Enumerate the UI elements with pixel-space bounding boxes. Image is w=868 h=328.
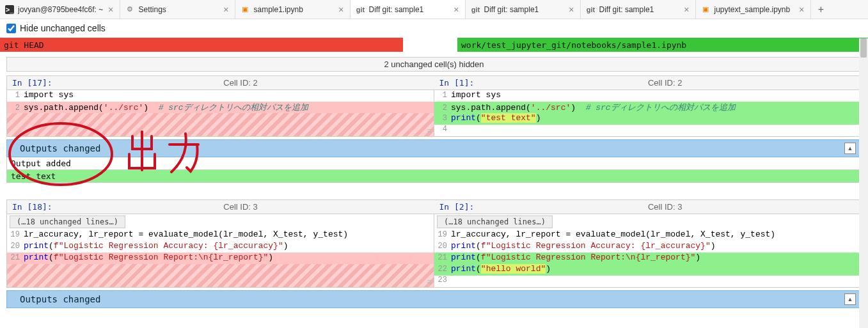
code-line: 19lr_accuracy, lr_report = evaluate_mode… [7, 230, 434, 241]
output-added-text: test text [6, 170, 862, 183]
tab-label: Diff git: sample1 [368, 5, 448, 14]
code-line: 19lr_accuracy, lr_report = evaluate_mode… [434, 230, 861, 241]
diff-chunk-cell-3: In [18]: Cell ID: 3 In [2]: Cell ID: 3 (… [6, 199, 862, 288]
prompt-right: In [1]: [439, 78, 475, 88]
tab-label: jupytext_sample.ipynb [714, 5, 794, 14]
resize-handle-icon[interactable]: ≡ [427, 129, 432, 135]
hidden-cells-banner[interactable]: 2 unchanged cell(s) hidden [6, 57, 862, 72]
cellid-right: Cell ID: 2 [474, 78, 856, 88]
code-line: 2sys.path.append('../src') # srcディレクトリへの… [434, 102, 861, 113]
code-line: 20print(f"Logistic Regression Accuracy: … [7, 241, 434, 253]
tab[interactable]: gitDiff git: sample1× [351, 0, 466, 19]
code-line: 21print(f"Logistic Regression Report:\n{… [434, 253, 861, 264]
unchanged-lines-fold[interactable]: (…18 unchanged lines…) [437, 215, 553, 228]
diff-chunk-cell-2: In [17]: Cell ID: 2 In [1]: Cell ID: 2 1… [6, 75, 862, 137]
close-icon[interactable]: × [452, 4, 460, 15]
hide-unchanged-checkbox[interactable] [6, 24, 16, 33]
code-left[interactable]: (…18 unchanged lines…)19lr_accuracy, lr_… [7, 214, 434, 287]
code-right[interactable]: 1import sys2sys.path.append('../src') # … [434, 90, 861, 136]
scrollbar[interactable] [859, 38, 868, 328]
source-right: work/test_jupyter_git/notebooks/sample1.… [457, 38, 868, 52]
code-line: 1import sys [7, 90, 434, 102]
tab[interactable]: ▣sample1.ipynb× [235, 0, 351, 19]
code-line: 3print("test text") [434, 113, 861, 125]
close-icon[interactable]: × [337, 4, 345, 15]
prompt-left: In [17]: [12, 78, 52, 88]
tab-label: sample1.ipynb [253, 5, 333, 14]
code-line: 4 [434, 125, 861, 136]
code-line: 22print("hello world") [434, 264, 861, 276]
close-icon[interactable]: × [683, 4, 690, 15]
scrollbar-thumb[interactable] [860, 38, 867, 58]
collapse-icon[interactable]: ▲ [844, 293, 856, 305]
close-icon[interactable]: × [107, 4, 114, 15]
cellid-left: Cell ID: 2 [52, 78, 429, 88]
tab-label: Diff git: sample1 [484, 5, 564, 14]
hide-unchanged-label: Hide unchanged cells [20, 23, 106, 33]
output-added-label: Output added [6, 157, 862, 170]
close-icon[interactable]: × [798, 4, 805, 15]
prompt-right: In [2]: [439, 202, 475, 212]
source-header-row: git HEAD work/test_jupyter_git/notebooks… [0, 38, 868, 52]
tab-label: Settings [138, 5, 218, 14]
code-line: 1import sys [434, 90, 861, 102]
tab[interactable]: ▣jupytext_sample.ipynb× [696, 0, 811, 19]
code-line: 20print(f"Logistic Regression Accuracy: … [434, 241, 861, 253]
tab-bar: >_jovyan@8795bee4fc6f: ~×⚙Settings×▣samp… [0, 0, 868, 19]
code-right[interactable]: (…18 unchanged lines…)19lr_accuracy, lr_… [434, 214, 861, 287]
prompt-left: In [18]: [12, 202, 52, 212]
diff-toolbar: Hide unchanged cells [0, 19, 868, 38]
code-line: 21print(f"Logistic Regression Report:\n{… [7, 253, 434, 264]
code-line: 2sys.path.append('../src') # srcディレクトリへの… [7, 102, 434, 113]
tab[interactable]: gitDiff git: sample1× [466, 0, 581, 19]
outputs-changed-banner[interactable]: Outputs changed ▲ [6, 290, 862, 308]
close-icon[interactable]: × [567, 4, 575, 15]
tab-label: Diff git: sample1 [599, 5, 679, 14]
tab-label: jovyan@8795bee4fc6f: ~ [18, 5, 103, 14]
cellid-right: Cell ID: 3 [474, 202, 856, 212]
tab[interactable]: >_jovyan@8795bee4fc6f: ~× [0, 0, 120, 19]
outputs-changed-banner[interactable]: Outputs changed ▲ [6, 139, 862, 157]
tab[interactable]: gitDiff git: sample1× [581, 0, 696, 19]
resize-handle-icon[interactable]: ≡ [427, 279, 432, 286]
diff-content[interactable]: 2 unchanged cell(s) hidden In [17]: Cell… [0, 52, 868, 325]
new-tab-button[interactable]: + [811, 0, 830, 19]
collapse-icon[interactable]: ▲ [844, 143, 856, 154]
tab[interactable]: ⚙Settings× [120, 0, 235, 19]
close-icon[interactable]: × [222, 4, 230, 15]
code-line: 23 [434, 276, 861, 287]
source-left: git HEAD [0, 38, 403, 52]
cellid-left: Cell ID: 3 [52, 202, 429, 212]
code-left[interactable]: 1import sys2sys.path.append('../src') # … [7, 90, 434, 136]
unchanged-lines-fold[interactable]: (…18 unchanged lines…) [10, 215, 125, 228]
